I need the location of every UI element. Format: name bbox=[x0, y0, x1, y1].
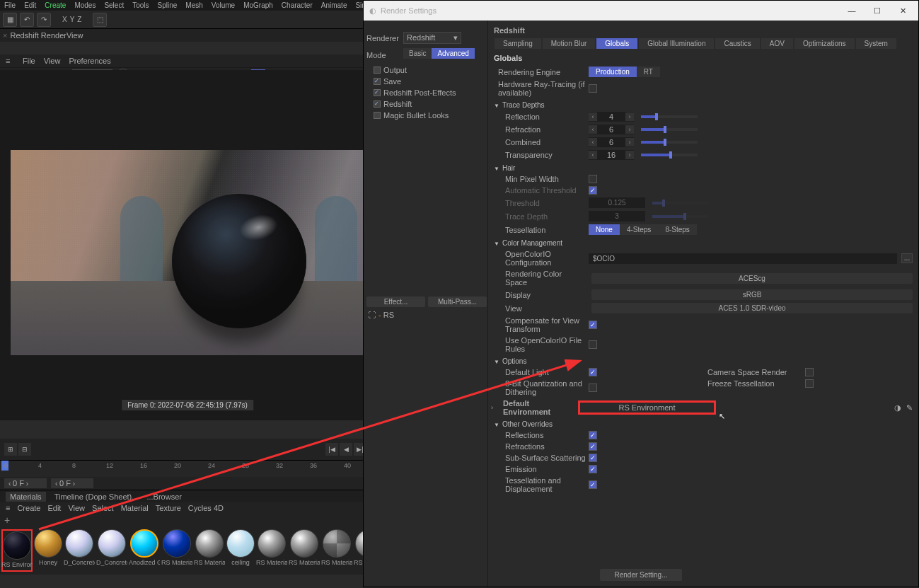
main-menu-select[interactable]: Select bbox=[104, 1, 124, 9]
numeric-field[interactable]: ‹6› bbox=[589, 137, 634, 147]
main-menu-edit[interactable]: Edit bbox=[24, 1, 36, 9]
tree-item[interactable]: Magic Bullet Looks bbox=[371, 110, 485, 121]
compensate-view-checkbox[interactable] bbox=[589, 321, 597, 329]
axis-x[interactable]: X bbox=[62, 16, 67, 23]
mode-tab-advanced[interactable]: Advanced bbox=[432, 48, 474, 59]
mat-menu-edit[interactable]: Edit bbox=[47, 504, 61, 512]
option-checkbox[interactable] bbox=[805, 379, 814, 388]
cm-select[interactable]: ACEScg bbox=[591, 273, 913, 284]
axis-z[interactable]: Z bbox=[77, 16, 81, 23]
material-item[interactable]: Honey bbox=[34, 529, 62, 572]
settings-tab[interactable]: AOV bbox=[761, 38, 794, 50]
add-material-icon[interactable]: + bbox=[4, 514, 10, 526]
tab-materials[interactable]: Materials bbox=[6, 492, 46, 502]
tree-checkbox[interactable] bbox=[374, 100, 381, 108]
edit-icon[interactable]: ✎ bbox=[906, 403, 913, 413]
hair-group[interactable]: Hair bbox=[494, 164, 913, 172]
renderer-select[interactable]: Redshift ▾ bbox=[403, 32, 461, 44]
tree-checkbox[interactable] bbox=[374, 78, 381, 85]
cm-select[interactable]: ACES 1.0 SDR-video bbox=[591, 303, 913, 313]
threshold-field[interactable]: 0.125 bbox=[589, 197, 645, 208]
timeline-icon[interactable]: ⊞ bbox=[4, 443, 17, 456]
toolbar-redo-icon[interactable]: ↷ bbox=[37, 13, 51, 27]
override-checkbox[interactable] bbox=[589, 465, 597, 473]
material-item[interactable]: RS Material bbox=[321, 529, 352, 572]
pill-production[interactable]: Production bbox=[589, 67, 637, 77]
material-item[interactable]: RS Material bbox=[256, 529, 287, 572]
frame-start-field[interactable]: ‹ 0 F › bbox=[4, 478, 47, 488]
ocio-browse-button[interactable]: ... bbox=[901, 253, 913, 263]
tab-browser[interactable]: ...Browser bbox=[146, 492, 182, 501]
main-menu-mesh[interactable]: Mesh bbox=[185, 1, 202, 9]
rv-menu-preferences[interactable]: Preferences bbox=[69, 57, 110, 65]
override-checkbox[interactable] bbox=[589, 454, 597, 462]
toolbar-icon[interactable]: ▦ bbox=[3, 13, 17, 27]
tab-dopesheet[interactable]: Timeline (Dope Sheet)... bbox=[54, 492, 139, 501]
hamburger-icon[interactable]: ≡ bbox=[6, 504, 10, 512]
cm-select[interactable]: sRGB bbox=[591, 289, 913, 300]
main-menu-create[interactable]: Create bbox=[45, 1, 66, 9]
main-menu-spline[interactable]: Spline bbox=[158, 1, 178, 9]
override-checkbox[interactable] bbox=[589, 442, 597, 451]
tree-item[interactable]: Output bbox=[371, 64, 485, 76]
numeric-field[interactable]: ‹16› bbox=[589, 150, 634, 160]
main-menu-volume[interactable]: Volume bbox=[212, 1, 235, 9]
material-item[interactable]: ceiling bbox=[226, 529, 255, 572]
render-viewport[interactable]: Frame 0: 2022-07-06 22:45:19 (7.97s) bbox=[0, 70, 375, 420]
settings-tab[interactable]: Global Illumination bbox=[638, 38, 715, 50]
ocio-config-field[interactable]: $OCIO bbox=[589, 253, 897, 264]
frame-end-field[interactable]: ‹ 0 F › bbox=[51, 478, 93, 488]
mat-menu-select[interactable]: Select bbox=[92, 504, 114, 512]
material-item[interactable]: RS Material bbox=[161, 529, 192, 572]
auto-threshold-checkbox[interactable] bbox=[589, 186, 597, 195]
material-item[interactable]: D_Concrete bbox=[96, 529, 127, 572]
mat-menu-texture[interactable]: Texture bbox=[156, 504, 181, 512]
expand-arrow-icon[interactable]: › bbox=[491, 404, 493, 411]
mat-menu-create[interactable]: Create bbox=[17, 504, 40, 512]
ocio-rules-checkbox[interactable] bbox=[589, 340, 597, 349]
settings-tab[interactable]: Optimizations bbox=[794, 38, 855, 50]
slider[interactable] bbox=[641, 141, 698, 144]
settings-tab[interactable]: Motion Blur bbox=[542, 38, 596, 50]
effect-button[interactable]: Effect... bbox=[366, 296, 425, 307]
numeric-field[interactable]: ‹4› bbox=[589, 112, 634, 122]
trace-depths-group[interactable]: Trace Depths bbox=[494, 101, 913, 109]
material-item[interactable]: RS Material bbox=[289, 529, 320, 572]
mat-menu-cycles4d[interactable]: Cycles 4D bbox=[188, 504, 224, 512]
hwrt-checkbox[interactable] bbox=[589, 84, 597, 93]
slider[interactable] bbox=[641, 115, 698, 118]
material-swatch-icon[interactable]: ◑ bbox=[894, 403, 901, 413]
settings-tab[interactable]: Sampling bbox=[494, 38, 542, 50]
main-menu-animate[interactable]: Animate bbox=[321, 1, 347, 9]
slider[interactable] bbox=[641, 154, 698, 156]
override-checkbox[interactable] bbox=[589, 431, 597, 439]
settings-tab[interactable]: System bbox=[855, 38, 897, 50]
default-environment-field[interactable]: RS Environment ↖ bbox=[578, 400, 716, 415]
main-menu-modes[interactable]: Modes bbox=[74, 1, 96, 9]
tree-checkbox[interactable] bbox=[374, 89, 381, 96]
pill-rt[interactable]: RT bbox=[637, 67, 660, 77]
material-item[interactable]: RS Environm bbox=[1, 529, 33, 572]
option-checkbox[interactable] bbox=[589, 384, 597, 392]
material-item[interactable]: RS Material bbox=[194, 529, 225, 572]
close-tab-icon[interactable]: × bbox=[3, 31, 7, 40]
option-checkbox[interactable] bbox=[589, 368, 597, 376]
window-titlebar[interactable]: ◐Render Settings — ☐ ✕ bbox=[364, 1, 918, 21]
min-pixel-width-checkbox[interactable] bbox=[589, 175, 597, 183]
tree-item[interactable]: Redshift bbox=[371, 98, 485, 110]
material-item[interactable]: Anodized G bbox=[129, 529, 160, 572]
axis-y[interactable]: Y bbox=[70, 16, 75, 23]
settings-tab[interactable]: Globals bbox=[596, 38, 638, 50]
minimize-button[interactable]: — bbox=[842, 4, 862, 18]
rv-menu-view[interactable]: View bbox=[44, 57, 61, 65]
options-group[interactable]: Options bbox=[494, 357, 913, 365]
hamburger-icon[interactable]: ≡ bbox=[6, 57, 14, 65]
mode-tab-basic[interactable]: Basic bbox=[403, 48, 432, 59]
pill-tess[interactable]: 8-Steps bbox=[658, 224, 696, 235]
main-menu-mograph[interactable]: MoGraph bbox=[243, 1, 273, 9]
override-checkbox[interactable] bbox=[589, 480, 597, 489]
timeline-prev-key[interactable]: |◀ bbox=[325, 443, 338, 456]
pill-tess[interactable]: None bbox=[589, 224, 620, 235]
tree-checkbox[interactable] bbox=[374, 67, 381, 74]
trace-depth-field[interactable]: 3 bbox=[589, 211, 645, 221]
